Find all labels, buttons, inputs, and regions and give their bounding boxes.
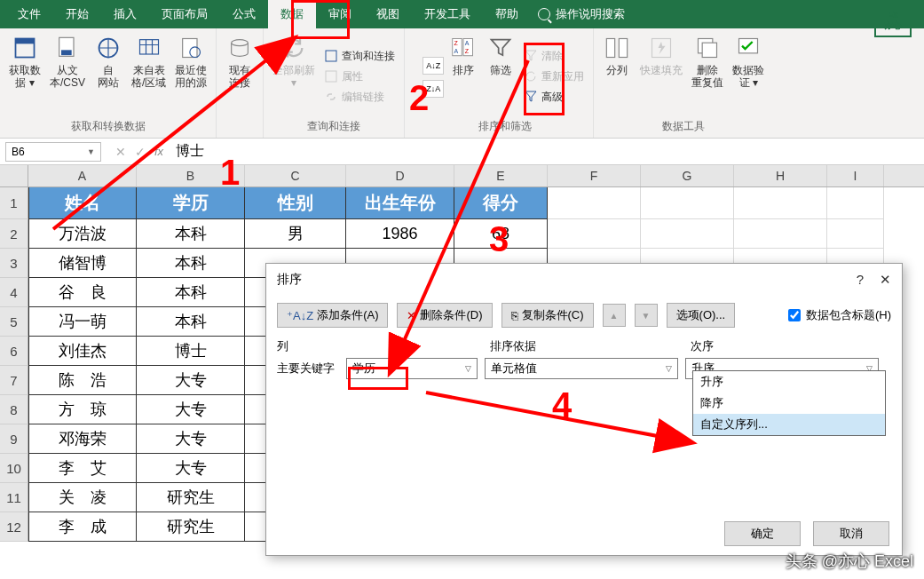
formula-input[interactable]: [172, 139, 924, 164]
properties-button[interactable]: 属性: [320, 68, 399, 85]
refresh-all-button[interactable]: 全部刷新 ▾: [269, 32, 319, 117]
cell[interactable]: 大专: [137, 454, 245, 483]
cell[interactable]: 方 琼: [28, 395, 137, 424]
cell[interactable]: 本科: [137, 278, 245, 307]
clear-filter-button[interactable]: 清除: [520, 48, 588, 65]
from-table-button[interactable]: 来自表 格/区域: [128, 32, 170, 117]
recent-sources-button[interactable]: 最近使 用的源: [171, 32, 210, 117]
col-header[interactable]: F: [548, 165, 641, 186]
tab-home[interactable]: 开始: [53, 0, 101, 28]
text-to-columns-button[interactable]: 分列: [599, 32, 635, 117]
row-header[interactable]: 4: [0, 278, 28, 307]
enter-icon[interactable]: ✓: [135, 145, 146, 159]
options-button[interactable]: 选项(O)...: [667, 303, 736, 328]
edit-links-button[interactable]: 编辑链接: [320, 89, 399, 106]
queries-connections-button[interactable]: 查询和连接: [320, 48, 399, 65]
col-header[interactable]: A: [28, 165, 137, 186]
col-header[interactable]: H: [734, 165, 827, 186]
fx-icon[interactable]: fx: [154, 145, 163, 158]
help-icon[interactable]: ?: [857, 272, 864, 288]
cell[interactable]: 储智博: [28, 249, 137, 278]
data-validation-button[interactable]: 数据验 证 ▾: [729, 32, 768, 117]
dropdown-item-asc[interactable]: 升序: [693, 371, 885, 393]
cell[interactable]: [827, 187, 884, 219]
cell[interactable]: 1986: [346, 219, 454, 249]
cell[interactable]: 学历: [137, 187, 245, 219]
sort-column-select[interactable]: 学历▽: [346, 358, 478, 379]
cell[interactable]: 性别: [245, 187, 346, 219]
cell[interactable]: 大专: [137, 395, 245, 424]
row-header[interactable]: 12: [0, 512, 28, 542]
flash-fill-button[interactable]: 快速填充: [636, 32, 686, 117]
filter-button[interactable]: 筛选: [483, 32, 518, 117]
sort-button[interactable]: ZAAZ排序: [446, 32, 481, 117]
cell[interactable]: 刘佳杰: [28, 337, 137, 366]
row-header[interactable]: 10: [0, 454, 28, 483]
cell[interactable]: 谷 良: [28, 278, 137, 307]
dropdown-item-custom[interactable]: 自定义序列...: [693, 414, 885, 435]
cancel-button[interactable]: 取消: [813, 521, 889, 546]
from-text-csv-button[interactable]: 从文 本/CSV: [46, 32, 89, 117]
has-header-checkbox[interactable]: 数据包含标题(H): [788, 307, 891, 323]
row-header[interactable]: 5: [0, 307, 28, 337]
cell[interactable]: 李 艾: [28, 454, 137, 483]
cell[interactable]: 大专: [137, 366, 245, 395]
cell[interactable]: 研究生: [137, 483, 245, 512]
cell[interactable]: [641, 187, 734, 219]
row-header[interactable]: 8: [0, 395, 28, 424]
ok-button[interactable]: 确定: [724, 521, 801, 546]
close-icon[interactable]: ✕: [880, 272, 891, 288]
row-header[interactable]: 3: [0, 249, 28, 278]
cell[interactable]: [548, 187, 641, 219]
existing-connections-button[interactable]: 现有 连接: [222, 32, 257, 132]
copy-level-button[interactable]: ⎘复制条件(C): [501, 303, 594, 328]
cell[interactable]: [827, 219, 884, 249]
row-header[interactable]: 6: [0, 337, 28, 366]
cancel-icon[interactable]: ✕: [115, 145, 126, 159]
row-header[interactable]: 9: [0, 424, 28, 454]
cell[interactable]: 本科: [137, 307, 245, 337]
row-header[interactable]: 7: [0, 366, 28, 395]
reapply-button[interactable]: 重新应用: [520, 68, 588, 85]
cell[interactable]: 男: [245, 219, 346, 249]
col-header[interactable]: I: [827, 165, 884, 186]
delete-level-button[interactable]: ✕删除条件(D): [397, 303, 492, 328]
move-down-button[interactable]: ▼: [635, 304, 658, 327]
move-up-button[interactable]: ▲: [603, 304, 626, 327]
sort-asc-button[interactable]: A↓Z: [423, 57, 444, 75]
cell[interactable]: 68: [454, 219, 548, 249]
name-box[interactable]: B6▼: [5, 142, 101, 162]
tab-formula[interactable]: 公式: [220, 0, 268, 28]
remove-duplicates-button[interactable]: 删除 重复值: [688, 32, 727, 117]
cell[interactable]: [734, 219, 827, 249]
col-header[interactable]: G: [641, 165, 734, 186]
get-data-button[interactable]: 获取数 据 ▾: [5, 32, 44, 117]
tell-me-search[interactable]: 操作说明搜索: [538, 6, 625, 22]
tab-help[interactable]: 帮助: [483, 0, 531, 28]
col-header[interactable]: C: [245, 165, 346, 186]
row-header[interactable]: 2: [0, 219, 28, 249]
sort-desc-button[interactable]: Z↓A: [423, 80, 444, 98]
cell[interactable]: 关 凌: [28, 483, 137, 512]
cell[interactable]: 邓海荣: [28, 424, 137, 454]
dropdown-item-desc[interactable]: 降序: [693, 393, 885, 414]
cell[interactable]: 万浩波: [28, 219, 137, 249]
cell[interactable]: 本科: [137, 219, 245, 249]
cell[interactable]: [734, 187, 827, 219]
tab-insert[interactable]: 插入: [101, 0, 149, 28]
advanced-filter-button[interactable]: 高级: [520, 89, 588, 106]
add-level-button[interactable]: ⁺A↓Z添加条件(A): [277, 303, 388, 328]
select-all-corner[interactable]: [0, 165, 28, 186]
cell[interactable]: 得分: [454, 187, 548, 219]
tab-data[interactable]: 数据: [268, 0, 316, 28]
col-header[interactable]: B: [137, 165, 245, 186]
cell[interactable]: 大专: [137, 424, 245, 454]
col-header[interactable]: D: [346, 165, 454, 186]
row-header[interactable]: 1: [0, 187, 28, 219]
from-web-button[interactable]: 自 网站: [91, 32, 126, 117]
tab-view[interactable]: 视图: [364, 0, 412, 28]
cell[interactable]: 研究生: [137, 512, 245, 542]
tab-layout[interactable]: 页面布局: [149, 0, 220, 28]
cell[interactable]: 姓名: [28, 187, 137, 219]
cell[interactable]: 出生年份: [346, 187, 454, 219]
